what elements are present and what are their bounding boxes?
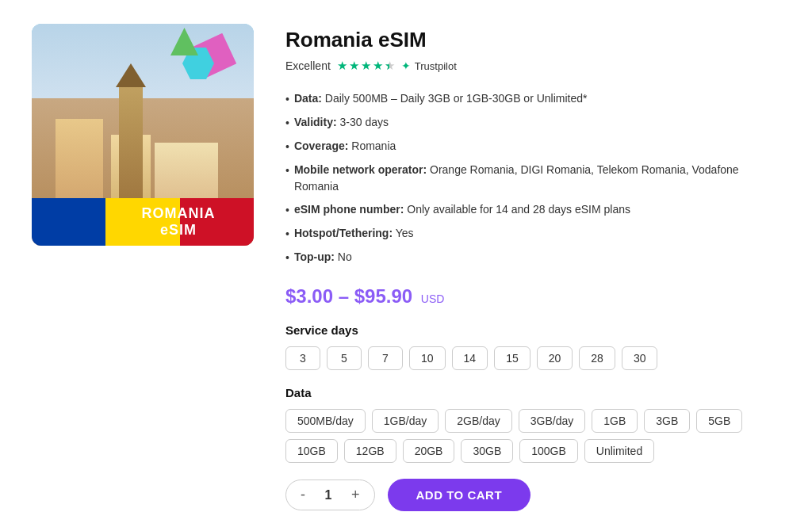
star-half: ★★ <box>385 59 395 73</box>
star-3: ★ <box>361 59 371 73</box>
feature-coverage: • Coverage: Romania <box>285 135 780 159</box>
feature-value-hotspot: Yes <box>396 227 414 239</box>
feature-label-data: Data: <box>294 92 322 105</box>
building1 <box>56 119 103 198</box>
qty-decrease-button[interactable]: - <box>289 480 316 510</box>
feature-value-topup: No <box>338 250 352 263</box>
add-to-cart-button[interactable]: ADD TO CART <box>388 479 531 511</box>
trustpilot-badge: ✦ Trustpilot <box>401 59 457 72</box>
data-option-1gb[interactable]: 1GB <box>592 409 638 433</box>
price-max: $95.90 <box>354 285 412 307</box>
feature-value-data: Daily 500MB – Daily 3GB or 1GB-30GB or U… <box>325 92 588 105</box>
rating-label: Excellent <box>285 59 331 72</box>
product-title: Romania eSIM <box>285 28 780 52</box>
product-info: Romania eSIM Excellent ★ ★ ★ ★ ★★ ✦ Trus… <box>285 24 780 511</box>
feature-hotspot: • Hotspot/Tethering: Yes <box>285 222 780 246</box>
feature-label-coverage: Coverage: <box>294 139 348 152</box>
bullet: • <box>285 250 289 266</box>
feature-validity: • Validity: 3-30 days <box>285 111 780 135</box>
data-option-20gb[interactable]: 20GB <box>403 439 455 463</box>
qty-value-display: 1 <box>316 488 340 502</box>
day-option-5[interactable]: 5 <box>327 346 362 370</box>
trustpilot-label: Trustpilot <box>415 60 457 72</box>
price-range: $3.00 – $95.90 <box>285 285 418 307</box>
service-days-options: 3 5 7 10 14 15 20 28 30 <box>285 346 780 370</box>
product-features: • Data: Daily 500MB – Daily 3GB or 1GB-3… <box>285 87 780 269</box>
bullet: • <box>285 91 289 108</box>
feature-label-validity: Validity: <box>294 116 337 128</box>
bullet: • <box>285 139 289 155</box>
feature-data: • Data: Daily 500MB – Daily 3GB or 1GB-3… <box>285 87 780 111</box>
price-separator: – <box>339 285 354 307</box>
day-option-10[interactable]: 10 <box>409 346 446 370</box>
product-image-label: ROMANIA eSIM <box>103 205 254 239</box>
building3 <box>155 143 218 198</box>
feature-value-validity: 3-30 days <box>339 116 388 128</box>
data-option-10gb[interactable]: 10GB <box>285 439 338 463</box>
bullet: • <box>285 115 289 132</box>
data-option-5gb[interactable]: 5GB <box>696 409 742 433</box>
feature-value-coverage: Romania <box>351 139 396 152</box>
star-1: ★ <box>337 59 347 73</box>
bullet: • <box>285 162 289 179</box>
flag-blue <box>32 198 105 246</box>
stars: ★ ★ ★ ★ ★★ <box>337 59 395 73</box>
star-4: ★ <box>373 59 383 73</box>
data-option-12gb[interactable]: 12GB <box>344 439 396 463</box>
data-option-1gb-day[interactable]: 1GB/day <box>372 409 439 433</box>
day-option-15[interactable]: 15 <box>494 346 530 370</box>
data-option-30gb[interactable]: 30GB <box>461 439 513 463</box>
product-image-container: ROMANIA eSIM <box>32 24 254 246</box>
data-option-500mb[interactable]: 500MB/day <box>285 409 366 433</box>
rating-row: Excellent ★ ★ ★ ★ ★★ ✦ Trustpilot <box>285 59 780 73</box>
page-container: ROMANIA eSIM Romania eSIM Excellent ★ ★ … <box>0 0 812 512</box>
data-option-2gb-day[interactable]: 2GB/day <box>445 409 511 433</box>
day-option-28[interactable]: 28 <box>579 346 615 370</box>
day-option-20[interactable]: 20 <box>537 346 573 370</box>
feature-topup: • Top-up: No <box>285 246 780 269</box>
service-days-section: Service days 3 5 7 10 14 15 20 28 30 <box>285 323 780 370</box>
data-option-3gb-day[interactable]: 3GB/day <box>519 409 585 433</box>
data-options: 500MB/day 1GB/day 2GB/day 3GB/day 1GB 3G… <box>285 409 780 463</box>
tower <box>119 87 143 198</box>
day-option-7[interactable]: 7 <box>368 346 403 370</box>
star-2: ★ <box>349 59 359 73</box>
product-image: ROMANIA eSIM <box>32 24 254 246</box>
data-option-unlimited[interactable]: Unlimited <box>584 439 654 463</box>
qty-increase-button[interactable]: + <box>340 480 371 510</box>
feature-label-esim: eSIM phone number: <box>294 203 404 216</box>
feature-label-operator: Mobile network operator: <box>294 163 427 176</box>
data-option-100gb[interactable]: 100GB <box>519 439 578 463</box>
service-days-title: Service days <box>285 323 780 337</box>
bullet: • <box>285 202 289 219</box>
data-section: Data 500MB/day 1GB/day 2GB/day 3GB/day 1… <box>285 386 780 463</box>
feature-esim-number: • eSIM phone number: Only available for … <box>285 198 780 222</box>
feature-label-topup: Top-up: <box>294 250 335 263</box>
data-section-title: Data <box>285 386 780 399</box>
price-row: $3.00 – $95.90 USD <box>285 285 780 308</box>
cart-row: - 1 + ADD TO CART <box>285 479 780 511</box>
day-option-14[interactable]: 14 <box>452 346 488 370</box>
data-option-3gb[interactable]: 3GB <box>644 409 690 433</box>
feature-operator: • Mobile network operator: Orange Romani… <box>285 159 780 198</box>
feature-value-esim: Only available for 14 and 28 days eSIM p… <box>407 203 630 216</box>
bullet: • <box>285 226 289 243</box>
feature-label-hotspot: Hotspot/Tethering: <box>294 227 393 239</box>
tower-top <box>116 63 146 87</box>
trustpilot-icon: ✦ <box>401 59 411 72</box>
price-min: $3.00 <box>285 285 333 307</box>
day-option-3[interactable]: 3 <box>285 346 320 370</box>
price-currency: USD <box>421 292 445 305</box>
city-scene: ROMANIA eSIM <box>32 24 254 246</box>
day-option-30[interactable]: 30 <box>622 346 658 370</box>
quantity-control: - 1 + <box>285 480 375 510</box>
